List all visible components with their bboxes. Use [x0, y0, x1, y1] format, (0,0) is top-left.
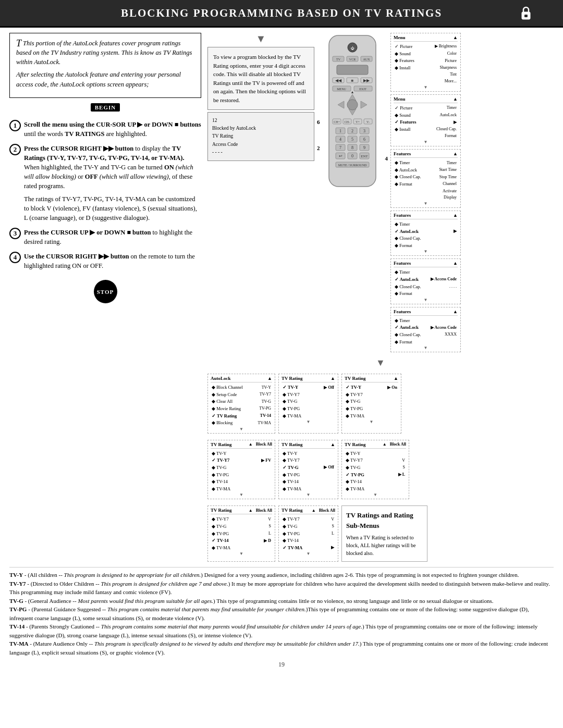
intro-para1: TThis portion of the AutoLock features c…	[16, 39, 194, 67]
svg-text:ENT: ENT	[361, 154, 368, 158]
step-2: 2 Press the CURSOR RIGHT ▶▶ button to di…	[9, 144, 201, 223]
svg-text:AUX: AUX	[363, 58, 371, 61]
arrow-down-1: ▼	[256, 33, 266, 45]
desc-tv-pg: TV-PG - (Parental Guidance Suggested -- …	[9, 605, 554, 622]
svg-text:MUTE / SURROUND: MUTE / SURROUND	[338, 164, 367, 167]
page-number: 19	[9, 657, 554, 673]
access-line2: Blocked by AutoLock	[212, 125, 310, 132]
step-indicator-6: 6	[317, 119, 320, 125]
access-line5: - - - -	[212, 149, 310, 156]
tv-rating-off: TV Rating ▲ ✓ TV-Y▶ Off ◆ TV-Y7 ◆ TV-G ◆…	[278, 374, 338, 434]
begin-badge: BEGIN	[91, 103, 120, 112]
intro-para2: After selecting the Autolock feature and…	[16, 70, 194, 89]
step-indicator-4: 4	[385, 155, 388, 162]
svg-text:5: 5	[351, 137, 353, 142]
menu-screen-5: Features ▲ ◆ Timer ✓ AutoLock▶ Access Co…	[390, 258, 461, 304]
page-title: BLOCKING PROGRAMMING BASED ON TV RATINGS	[52, 7, 511, 20]
rsm-title: TV Ratings and Rating Sub-Menus	[346, 510, 423, 530]
svg-text:CH+: CH+	[334, 120, 340, 124]
arrow-down-2: ▼	[207, 357, 554, 368]
svg-text:8: 8	[351, 145, 353, 150]
access-line1: 12	[212, 117, 310, 125]
menu-screen-6: Features ▲ ◆ Timer ✓ AutoLock▶ Access Co…	[390, 307, 461, 352]
step-1-content: Scroll the menu using the CUR-SOR UP ▶ o…	[24, 120, 201, 139]
desc-tv-ma: TV-MA - (Mature Audience Only -- This pr…	[9, 639, 554, 657]
tv-rating-ma: TV Rating ▲ Block All ◆ TV-Y7V ◆ TV-GS ◆…	[278, 505, 338, 562]
svg-text:TV: TV	[336, 58, 341, 61]
intro-box: TThis portion of the AutoLock features c…	[9, 33, 201, 98]
svg-text:7: 7	[339, 145, 341, 150]
menu-screen-4: Features ▲ ◆ Timer ✓ AutoLock▶ ◆ Closed …	[390, 211, 461, 256]
svg-text:MENU: MENU	[337, 88, 346, 91]
autolock-menu: AutoLock ▲ ◆ Block ChannelTV-Y ◆ Setup C…	[207, 374, 275, 434]
svg-text:▲: ▲	[351, 90, 354, 94]
descriptions-section: TV-Y - (All children -- This program is …	[9, 571, 554, 657]
svg-text:3: 3	[363, 129, 365, 133]
svg-text:◀◀: ◀◀	[335, 78, 342, 83]
desc-tv-g: TV-G - (General Audience -- Most parents…	[9, 597, 554, 606]
step-3-number: 3	[9, 228, 21, 239]
step-3: 3 Press the CURSOR UP ▶ or DOWN ■ button…	[9, 228, 201, 246]
step-1-number: 1	[9, 120, 21, 131]
tv-rating-on: TV Rating ▲ ✓ TV-Y▶ On ◆ TV-Y7 ◆ TV-G ◆ …	[341, 374, 401, 434]
svg-text:V+: V+	[356, 120, 360, 124]
svg-text:↩: ↩	[339, 154, 342, 158]
svg-text:CH-: CH-	[345, 120, 350, 124]
svg-text:EXIT: EXIT	[359, 88, 366, 91]
svg-text:1: 1	[339, 129, 341, 133]
svg-text:⏻: ⏻	[351, 46, 354, 51]
tv-rating-block-fy: TV Rating ▲ Block All ◆ TV-Y ✓ TV-Y7▶ FV…	[207, 440, 275, 500]
menu-screen-1: Menu ▲ ✓ Picture▶ Brightness ◆ SoundColo…	[390, 33, 461, 92]
page-header: BLOCKING PROGRAMMING BASED ON TV RATINGS	[0, 0, 563, 28]
step-2-number: 2	[9, 144, 21, 155]
desc-tv-y: TV-Y - (All children -- This program is …	[9, 571, 554, 579]
step-4-number: 4	[9, 252, 21, 263]
tv-rating-14-d: TV Rating ▲ Block All ◆ TV-Y7V ◆ TV-GS ◆…	[207, 505, 275, 562]
svg-text:V-: V-	[366, 120, 370, 124]
svg-text:2: 2	[351, 129, 353, 133]
remote-control: ⏻ TV VCR AUX ◀◀	[321, 33, 384, 194]
svg-text:■: ■	[351, 78, 354, 83]
svg-text:▶▶: ▶▶	[363, 78, 370, 83]
ratings-note: The ratings of TV-Y7, TV-PG, TV-14, TV-M…	[24, 194, 201, 223]
desc-tv-14: TV-14 - (Parents Strongly Cautioned -- T…	[9, 622, 554, 639]
step-2-content: Press the CURSOR RIGHT ▶▶ button to disp…	[24, 144, 201, 223]
menu-screen-3: Features ▲ ◆ TimerTimer ◆ AutoLockStart …	[390, 149, 461, 208]
svg-point-26	[347, 100, 358, 110]
step-4: 4 Use the CURSOR RIGHT ▶▶ button on the …	[9, 252, 201, 270]
svg-text:VCR: VCR	[349, 58, 356, 61]
step-indicator-2: 2	[317, 145, 320, 151]
step-3-content: Press the CURSOR UP ▶ or DOWN ■ button t…	[24, 228, 201, 246]
access-line4: Access Code	[212, 141, 310, 149]
tv-screen-text: To view a program blocked by the TV Rati…	[207, 47, 314, 110]
step-1: 1 Scroll the menu using the CUR-SOR UP ▶…	[9, 120, 201, 139]
rsm-body: When a TV Rating is selected to block, A…	[346, 534, 423, 557]
access-line3: TV Rating	[212, 132, 310, 140]
tv-rating-block-vsl: TV Rating ▲ Block All ◆ TV-Y ◆ TV-Y7V ◆ …	[341, 440, 409, 500]
svg-text:4: 4	[339, 137, 341, 142]
ratings-sub-menus-desc: TV Ratings and Rating Sub-Menus When a T…	[341, 505, 427, 562]
tv-rating-g-off: TV Rating ▲ ◆ TV-Y ◆ TV-Y7 ✓ TV-G▶ Off ◆…	[278, 440, 338, 500]
svg-rect-1	[524, 15, 528, 17]
desc-tv-y7: TV-Y7 - (Directed to Older Children -- T…	[9, 579, 554, 597]
svg-rect-11	[337, 65, 368, 75]
svg-text:9: 9	[363, 145, 365, 150]
svg-text:0: 0	[351, 154, 353, 158]
lock-icon	[520, 5, 532, 21]
svg-text:6: 6	[363, 137, 365, 142]
step-4-content: Use the CURSOR RIGHT ▶▶ button on the re…	[24, 252, 201, 270]
stop-badge: STOP	[94, 280, 117, 303]
menu-screen-2: Menu ▲ ✓ PictureTimer ◆ SoundAutoLock ✓ …	[390, 94, 461, 146]
access-code-screen: 12 Blocked by AutoLock TV Rating Access …	[207, 112, 314, 161]
